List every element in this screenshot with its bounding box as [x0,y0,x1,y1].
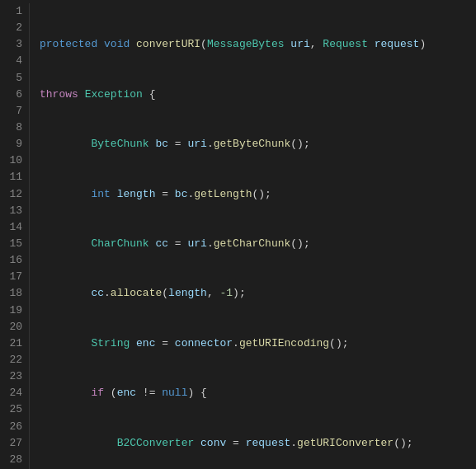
code-body[interactable]: protected void convertURI(MessageBytes u… [30,3,476,469]
line-num-6: 6 [3,87,22,103]
line-num-13: 13 [3,203,22,219]
line-num-5: 5 [3,70,22,87]
line-num-11: 11 [3,169,22,185]
line-num-3: 3 [3,36,22,53]
line-num-27: 27 [3,435,22,452]
line-num-25: 25 [3,401,22,418]
line-num-4: 4 [3,53,22,69]
line-num-22: 22 [3,352,22,368]
line-numbers: 1 2 3 4 5 6 7 8 9 10 11 12 13 14 15 16 1… [0,3,30,469]
line-num-12: 12 [3,186,22,203]
line-num-23: 23 [3,368,22,385]
line-num-15: 15 [3,236,22,252]
line-num-24: 24 [3,385,22,401]
line-num-14: 14 [3,219,22,236]
code-line-1: protected void convertURI(MessageBytes u… [40,36,476,53]
code-line-8: if (enc != null) { [40,385,476,401]
line-num-10: 10 [3,152,22,169]
line-num-8: 8 [3,120,22,136]
line-num-16: 16 [3,252,22,269]
line-num-19: 19 [3,303,22,319]
line-num-21: 21 [3,335,22,352]
code-line-4: int length = bc.getLength(); [40,186,476,203]
line-num-7: 7 [3,103,22,120]
code-editor: 1 2 3 4 5 6 7 8 9 10 11 12 13 14 15 16 1… [0,0,476,469]
code-line-5: CharChunk cc = uri.getCharChunk(); [40,236,476,252]
code-line-6: cc.allocate(length, -1); [40,285,476,302]
line-num-26: 26 [3,419,22,435]
line-num-1: 1 [3,3,22,20]
code-line-9: B2CConverter conv = request.getURIConver… [40,435,476,452]
line-num-9: 9 [3,136,22,152]
code-line-2: throws Exception { [40,87,476,103]
code-line-7: String enc = connector.getURIEncoding(); [40,335,476,352]
line-num-2: 2 [3,20,22,36]
line-num-20: 20 [3,319,22,335]
line-num-28: 28 [3,452,22,468]
code-line-3: ByteChunk bc = uri.getByteChunk(); [40,136,476,152]
line-num-17: 17 [3,269,22,285]
line-num-18: 18 [3,285,22,302]
